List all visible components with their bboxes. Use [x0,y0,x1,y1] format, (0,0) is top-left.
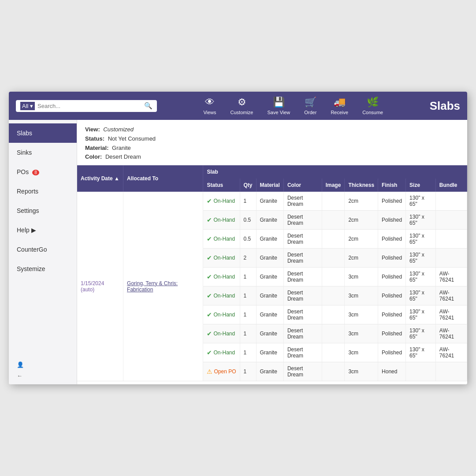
onhand-link[interactable]: On-Hand [213,350,235,356]
top-bar: All ▾ 🔍 👁 Views ⚙ Customize 💾 Save View … [9,92,467,120]
cell-finish: Polished [378,268,406,286]
cell-activity-date: 1/15/2024 (auto) [77,192,123,381]
cell-image [322,211,345,230]
order-label: Order [304,110,316,115]
cell-thickness: 2cm [345,230,378,249]
user-avatar[interactable]: 👤 [17,361,69,368]
views-icon: 👁 [205,97,215,108]
cell-thickness: 3cm [345,362,378,381]
cell-material: Granite [256,362,283,381]
sidebar-item-pos[interactable]: POs 8 [9,162,77,182]
cell-size: 130" x 65" [406,286,436,305]
cell-material: Granite [256,192,283,211]
cell-finish: Honed [378,362,406,381]
cell-material: Granite [256,305,283,324]
cell-material: Granite [256,249,283,268]
cell-image [322,362,345,381]
th-status: Status [203,178,240,192]
cell-color: Desert Dream [283,286,322,305]
main-layout: Slabs Sinks POs 8 Reports Settings Help … [9,120,467,384]
cell-finish: Polished [378,230,406,249]
onhand-link[interactable]: On-Hand [213,312,235,318]
green-dot-icon: ✔ [207,330,212,337]
save-view-label: Save View [268,110,290,115]
status-onhand[interactable]: ✔On-Hand [207,273,236,280]
onhand-link[interactable]: On-Hand [213,255,235,261]
sidebar-item-slabs[interactable]: Slabs [9,123,77,143]
all-dropdown[interactable]: All ▾ [20,102,35,110]
toolbar-order[interactable]: 🛒 Order [298,94,323,118]
onhand-link[interactable]: On-Hand [213,274,235,280]
view-value: Customized [103,126,134,133]
cell-finish: Polished [378,192,406,211]
cell-bundle [435,362,467,381]
search-area: All ▾ 🔍 [16,100,157,112]
sidebar-label-sinks: Sinks [17,149,32,156]
cell-color: Desert Dream [283,268,322,286]
toolbar-save-view[interactable]: 💾 Save View [261,94,297,118]
sidebar-label-settings: Settings [17,207,39,214]
status-onhand[interactable]: ✔On-Hand [207,216,236,223]
th-color: Color [283,178,322,192]
cell-status: ✔On-Hand [203,192,240,211]
sidebar-item-countergo[interactable]: CounterGo [9,240,77,259]
status-value: Not Yet Consumed [108,135,156,142]
status-onhand[interactable]: ✔On-Hand [207,330,236,337]
view-info: View: Customized Status: Not Yet Consume… [77,120,467,165]
cell-status: ✔On-Hand [203,211,240,230]
sidebar-label-help: Help ▶ [17,227,36,234]
status-onhand[interactable]: ✔On-Hand [207,349,236,356]
status-label: Status: [85,135,104,142]
cell-qty: 1 [240,362,256,381]
cell-allocated-to: Goring, Terry & Chris: Fabrication [123,192,203,381]
toolbar-views[interactable]: 👁 Views [197,94,222,118]
status-onhand[interactable]: ✔On-Hand [207,235,236,242]
cell-thickness: 3cm [345,324,378,343]
order-icon: 🛒 [305,97,316,108]
th-activity-date[interactable]: Activity Date ▲ [77,165,123,192]
search-input[interactable] [37,103,141,109]
sidebar-item-settings[interactable]: Settings [9,201,77,220]
cell-thickness: 3cm [345,286,378,305]
status-openpo[interactable]: ⚠Open PO [207,368,236,375]
status-onhand[interactable]: ✔On-Hand [207,254,236,261]
save-view-icon: 💾 [273,97,285,108]
openpo-link[interactable]: Open PO [214,368,236,375]
cell-size [406,362,436,381]
green-dot-icon: ✔ [207,197,212,205]
allocated-to-link[interactable]: Goring, Terry & Chris: Fabrication [127,280,178,293]
sidebar-item-help[interactable]: Help ▶ [9,220,77,240]
onhand-link[interactable]: On-Hand [213,331,235,337]
toolbar: 👁 Views ⚙ Customize 💾 Save View 🛒 Order … [162,94,424,118]
cell-bundle: AW-76241 [435,305,467,324]
sidebar-item-sinks[interactable]: Sinks [9,143,77,162]
onhand-link[interactable]: On-Hand [213,217,235,223]
th-image: Image [322,178,345,192]
green-dot-icon: ✔ [207,311,212,318]
sidebar-item-reports[interactable]: Reports [9,182,77,201]
cell-size: 130" x 65" [406,268,436,286]
toolbar-receive[interactable]: 🚚 Receive [324,94,354,118]
status-onhand[interactable]: ✔On-Hand [207,197,236,205]
status-onhand[interactable]: ✔On-Hand [207,311,236,318]
pos-badge: 8 [32,170,39,175]
toolbar-customize[interactable]: ⚙ Customize [224,94,260,118]
green-dot-icon: ✔ [207,292,212,299]
onhand-link[interactable]: On-Hand [213,293,235,299]
cell-size: 130" x 65" [406,192,436,211]
cell-qty: 1 [240,343,256,362]
cell-color: Desert Dream [283,324,322,343]
toolbar-consume[interactable]: 🌿 Consume [356,94,389,118]
search-icon-button[interactable]: 🔍 [144,102,152,110]
cell-material: Granite [256,268,283,286]
status-onhand[interactable]: ✔On-Hand [207,292,236,299]
sidebar-collapse-button[interactable]: ← [17,372,69,379]
onhand-link[interactable]: On-Hand [213,198,235,204]
cell-finish: Polished [378,343,406,362]
sidebar-item-systemize[interactable]: Systemize [9,259,77,279]
th-thickness: Thickness [345,178,378,192]
th-allocated-to: Allocated To [123,165,203,192]
cell-color: Desert Dream [283,230,322,249]
onhand-link[interactable]: On-Hand [213,236,235,242]
cell-material: Granite [256,211,283,230]
